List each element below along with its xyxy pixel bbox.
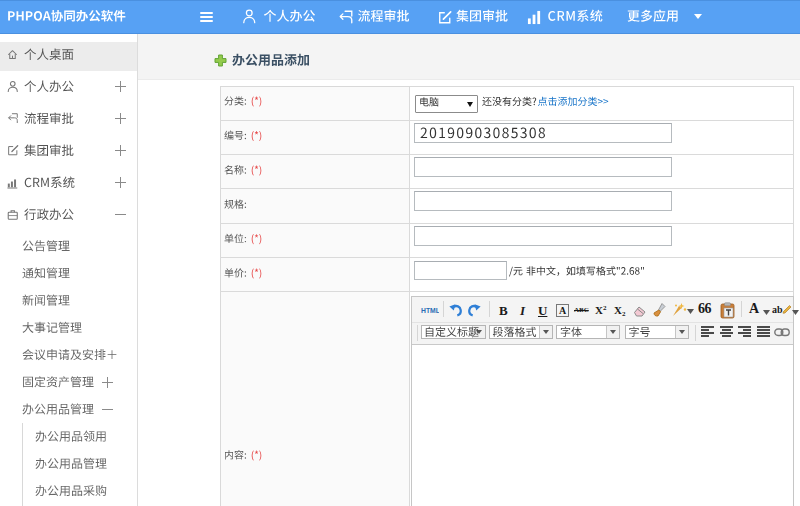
- svg-text:HTML: HTML: [421, 307, 439, 314]
